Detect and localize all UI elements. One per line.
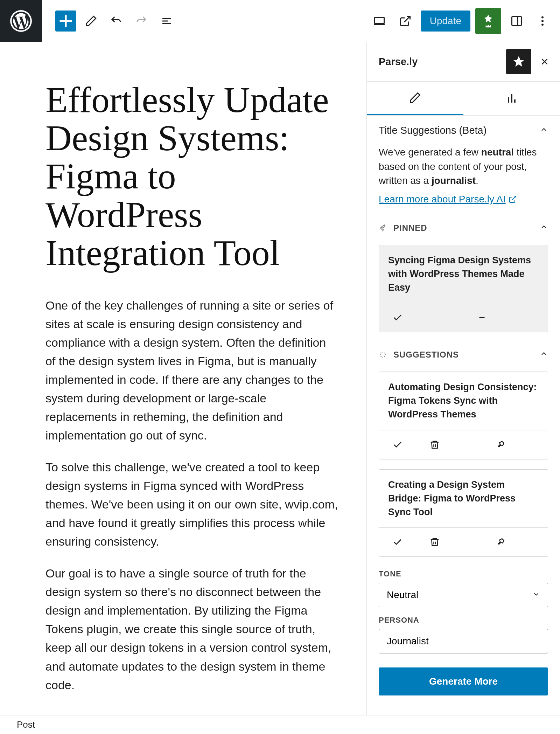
- panel-tabs: [367, 82, 560, 116]
- update-button[interactable]: Update: [421, 11, 470, 32]
- suggestion-card: Automating Design Consistency: Figma Tok…: [379, 372, 548, 459]
- svg-point-5: [541, 23, 544, 26]
- toolbar-right: Update: [369, 8, 553, 34]
- redo-icon[interactable]: [131, 11, 152, 32]
- suggestion-text: Creating a Design System Bridge: Figma t…: [379, 470, 548, 527]
- delete-suggestion-button[interactable]: [416, 430, 453, 459]
- pinned-suggestion-card: Syncing Figma Design Systems with WordPr…: [379, 245, 548, 332]
- accept-suggestion-button[interactable]: [379, 303, 416, 332]
- svg-point-4: [541, 20, 544, 22]
- post-editor[interactable]: Effortlessly Update Design Systems: Figm…: [0, 42, 366, 715]
- toolbar-left: [55, 11, 177, 32]
- suggestion-card: Creating a Design System Bridge: Figma t…: [379, 469, 548, 557]
- chevron-down-icon: [532, 636, 540, 647]
- tone-select[interactable]: Neutral: [379, 583, 548, 607]
- editor-footer: Post: [0, 715, 560, 734]
- more-options-icon[interactable]: [532, 11, 553, 32]
- editor-toolbar: Update: [0, 0, 560, 42]
- device-preview-icon[interactable]: [369, 11, 390, 32]
- post-paragraph[interactable]: One of the key challenges of running a s…: [46, 296, 339, 445]
- persona-select[interactable]: Journalist: [379, 629, 548, 653]
- tab-edit[interactable]: [367, 82, 463, 115]
- tone-group: TONE Neutral: [367, 567, 560, 613]
- unpin-suggestion-button[interactable]: [416, 303, 548, 332]
- chevron-up-icon: [540, 125, 548, 136]
- post-paragraph[interactable]: Our goal is to have a single source of t…: [46, 564, 339, 694]
- persona-group: PERSONA Journalist: [367, 613, 560, 659]
- add-block-button[interactable]: [55, 11, 76, 32]
- favorite-button[interactable]: [506, 49, 531, 74]
- wordpress-logo[interactable]: [0, 0, 42, 42]
- parsely-sidebar: Parse.ly Title Suggestions (Beta): [366, 42, 560, 715]
- learn-more-link[interactable]: Learn more about Parse.ly AI: [367, 194, 529, 215]
- svg-point-3: [541, 16, 544, 18]
- post-title[interactable]: Effortlessly Update Design Systems: Figm…: [46, 81, 339, 272]
- panel-title: Parse.ly: [379, 56, 418, 68]
- list-view-icon[interactable]: [156, 11, 177, 32]
- suggestions-description: We've generated a few neutral titles bas…: [367, 145, 560, 194]
- post-body[interactable]: One of the key challenges of running a s…: [46, 296, 339, 694]
- pencil-icon[interactable]: [80, 11, 102, 32]
- title-suggestions-header[interactable]: Title Suggestions (Beta): [367, 116, 560, 145]
- panel-header: Parse.ly: [367, 42, 560, 82]
- chevron-up-icon: [540, 222, 548, 234]
- accept-suggestion-button[interactable]: [379, 430, 416, 459]
- suggestions-header[interactable]: SUGGESTIONS: [367, 342, 560, 367]
- chevron-down-icon: [532, 589, 540, 601]
- parsely-plugin-icon[interactable]: [475, 8, 501, 34]
- post-paragraph[interactable]: To solve this challenge, we've created a…: [46, 458, 339, 551]
- pin-suggestion-button[interactable]: [453, 528, 548, 556]
- tab-analytics[interactable]: [463, 82, 560, 115]
- chevron-up-icon: [540, 349, 548, 360]
- pinned-header[interactable]: PINNED: [367, 215, 560, 241]
- external-preview-icon[interactable]: [395, 11, 416, 32]
- breadcrumb[interactable]: Post: [17, 719, 35, 730]
- tone-label: TONE: [379, 569, 548, 579]
- svg-rect-2: [512, 16, 522, 26]
- suggestion-text: Syncing Figma Design Systems with WordPr…: [379, 245, 548, 303]
- persona-label: PERSONA: [379, 616, 548, 625]
- accept-suggestion-button[interactable]: [379, 528, 416, 556]
- svg-rect-1: [374, 17, 384, 23]
- close-panel-icon[interactable]: [538, 49, 552, 74]
- suggestion-text: Automating Design Consistency: Figma Tok…: [379, 372, 548, 430]
- undo-icon[interactable]: [106, 11, 127, 32]
- pin-suggestion-button[interactable]: [453, 430, 548, 459]
- settings-panel-icon[interactable]: [506, 11, 527, 32]
- generate-more-button[interactable]: Generate More: [379, 667, 548, 695]
- delete-suggestion-button[interactable]: [416, 528, 453, 556]
